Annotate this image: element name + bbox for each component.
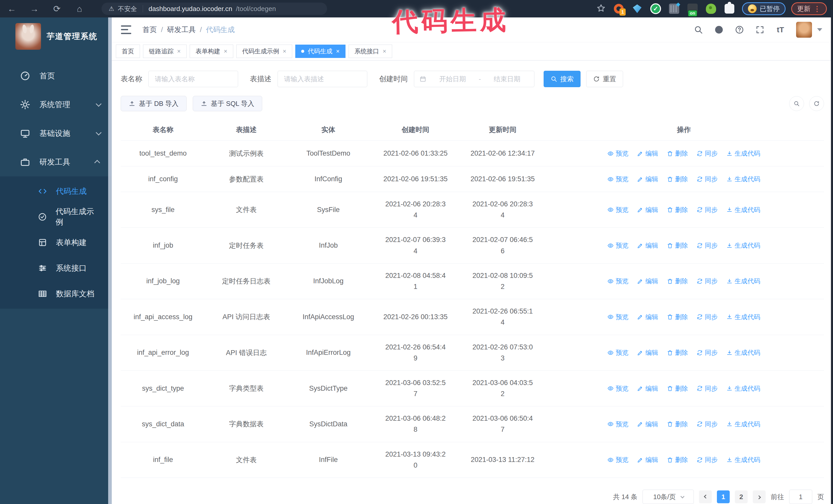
edit-link[interactable]: 编辑 — [637, 149, 658, 158]
prev-page-button[interactable] — [699, 490, 712, 503]
tab-codegen-example[interactable]: 代码生成示例 × — [236, 45, 292, 58]
column-header-entity[interactable]: 实体 — [287, 119, 369, 141]
extension-switch-icon[interactable]: on — [687, 3, 698, 15]
edit-link[interactable]: 编辑 — [637, 456, 658, 464]
edit-link[interactable]: 编辑 — [637, 206, 658, 214]
search-button[interactable]: 搜索 — [544, 71, 580, 87]
preview-link[interactable]: 预览 — [608, 175, 628, 183]
sidebar-item-dev-tools[interactable]: 研发工具 — [0, 148, 112, 176]
caret-down-icon[interactable] — [817, 28, 822, 31]
search-icon[interactable] — [693, 24, 704, 35]
column-header-create-time[interactable]: 创建时间 — [369, 119, 461, 141]
delete-link[interactable]: 删除 — [667, 313, 688, 321]
refresh-table-button[interactable] — [809, 96, 824, 111]
fullscreen-icon[interactable] — [754, 24, 766, 35]
extension-orange-icon[interactable]: 1 — [613, 3, 625, 15]
sync-link[interactable]: 同步 — [697, 420, 718, 428]
page-button-2[interactable]: 2 — [735, 490, 748, 503]
generate-code-link[interactable]: 生成代码 — [727, 384, 760, 393]
sidebar-item-system-management[interactable]: 系统管理 — [0, 90, 112, 119]
column-header-table-name[interactable]: 表名称 — [121, 119, 205, 141]
preview-link[interactable]: 预览 — [608, 277, 628, 285]
more-vertical-icon[interactable]: ⋮ — [813, 5, 821, 13]
sync-link[interactable]: 同步 — [697, 241, 718, 250]
extension-columns-icon[interactable] — [668, 3, 680, 15]
preview-link[interactable]: 预览 — [608, 420, 628, 428]
preview-link[interactable]: 预览 — [608, 456, 628, 464]
tab-form-builder[interactable]: 表单构建 × — [190, 45, 233, 58]
github-icon[interactable] — [713, 24, 725, 35]
generate-code-link[interactable]: 生成代码 — [727, 277, 760, 285]
extension-check-icon[interactable]: ✓ — [650, 3, 662, 15]
sidebar-item-home[interactable]: 首页 — [0, 62, 112, 90]
browser-update-chip[interactable]: 更新 ⋮ — [791, 2, 827, 15]
page-button-1[interactable]: 1 — [717, 490, 730, 503]
delete-link[interactable]: 删除 — [667, 456, 688, 464]
tab-codegen[interactable]: 代码生成 × — [295, 45, 346, 58]
window-scrollbar[interactable] — [831, 18, 833, 504]
sidebar-item-codegen-example[interactable]: 代码生成示例 — [0, 204, 112, 230]
preview-link[interactable]: 预览 — [608, 241, 628, 250]
edit-link[interactable]: 编辑 — [637, 384, 658, 393]
refresh-icon[interactable]: ⟳ — [51, 3, 63, 14]
edit-link[interactable]: 编辑 — [637, 241, 658, 250]
page-size-select[interactable]: 10条/页 — [643, 490, 694, 504]
sidebar-item-db-doc[interactable]: 数据库文档 — [0, 281, 112, 307]
generate-code-link[interactable]: 生成代码 — [727, 313, 760, 321]
generate-code-link[interactable]: 生成代码 — [727, 456, 760, 464]
delete-link[interactable]: 删除 — [667, 277, 688, 285]
delete-link[interactable]: 删除 — [667, 241, 688, 250]
breadcrumb-home[interactable]: 首页 — [143, 25, 157, 34]
sync-link[interactable]: 同步 — [697, 456, 718, 464]
delete-link[interactable]: 删除 — [667, 384, 688, 393]
delete-link[interactable]: 删除 — [667, 349, 688, 357]
home-icon[interactable]: ⌂ — [74, 3, 85, 14]
avatar[interactable] — [796, 22, 812, 38]
import-db-button[interactable]: 基于 DB 导入 — [121, 96, 187, 111]
edit-link[interactable]: 编辑 — [637, 349, 658, 357]
date-range-picker[interactable]: 开始日期 - 结束日期 — [414, 71, 534, 87]
profile-paused-chip[interactable]: 已暂停 — [742, 2, 786, 15]
edit-link[interactable]: 编辑 — [637, 313, 658, 321]
delete-link[interactable]: 删除 — [667, 175, 688, 183]
edit-link[interactable]: 编辑 — [637, 277, 658, 285]
text-size-icon[interactable]: tT — [775, 24, 786, 35]
bookmark-star-icon[interactable] — [596, 4, 606, 14]
preview-link[interactable]: 预览 — [608, 149, 628, 158]
tab-trace[interactable]: 链路追踪 × — [143, 45, 187, 58]
extensions-puzzle-icon[interactable] — [723, 3, 735, 15]
close-icon[interactable]: × — [383, 48, 386, 55]
preview-link[interactable]: 预览 — [608, 313, 628, 321]
table-desc-input[interactable] — [278, 71, 367, 87]
delete-link[interactable]: 删除 — [667, 149, 688, 158]
preview-link[interactable]: 预览 — [608, 384, 628, 393]
column-header-update-time[interactable]: 更新时间 — [461, 119, 544, 141]
tab-system-api[interactable]: 系统接口 × — [349, 45, 392, 58]
column-header-table-desc[interactable]: 表描述 — [205, 119, 287, 141]
generate-code-link[interactable]: 生成代码 — [727, 349, 760, 357]
sync-link[interactable]: 同步 — [697, 313, 718, 321]
extension-green-icon[interactable] — [705, 3, 717, 15]
edit-link[interactable]: 编辑 — [637, 420, 658, 428]
sidebar-scrollbar[interactable] — [108, 18, 112, 504]
generate-code-link[interactable]: 生成代码 — [727, 241, 760, 250]
close-icon[interactable]: × — [224, 48, 227, 55]
import-sql-button[interactable]: 基于 SQL 导入 — [193, 96, 262, 111]
goto-page-input[interactable] — [789, 490, 812, 504]
sidebar-item-system-api[interactable]: 系统接口 — [0, 255, 112, 281]
tab-home[interactable]: 首页 — [116, 45, 140, 58]
close-icon[interactable]: × — [283, 48, 286, 55]
next-page-button[interactable] — [753, 490, 766, 503]
generate-code-link[interactable]: 生成代码 — [727, 149, 760, 158]
delete-link[interactable]: 删除 — [667, 420, 688, 428]
sidebar-item-codegen[interactable]: 代码生成 — [0, 178, 112, 204]
sidebar-item-form-builder[interactable]: 表单构建 — [0, 230, 112, 255]
sync-link[interactable]: 同步 — [697, 277, 718, 285]
sidebar-item-infrastructure[interactable]: 基础设施 — [0, 119, 112, 148]
sync-link[interactable]: 同步 — [697, 384, 718, 393]
forward-icon[interactable]: → — [29, 3, 40, 14]
extension-gem-icon[interactable] — [631, 3, 643, 15]
generate-code-link[interactable]: 生成代码 — [727, 420, 760, 428]
breadcrumb-dev-tools[interactable]: 研发工具 — [167, 25, 196, 34]
close-icon[interactable]: × — [336, 48, 340, 55]
